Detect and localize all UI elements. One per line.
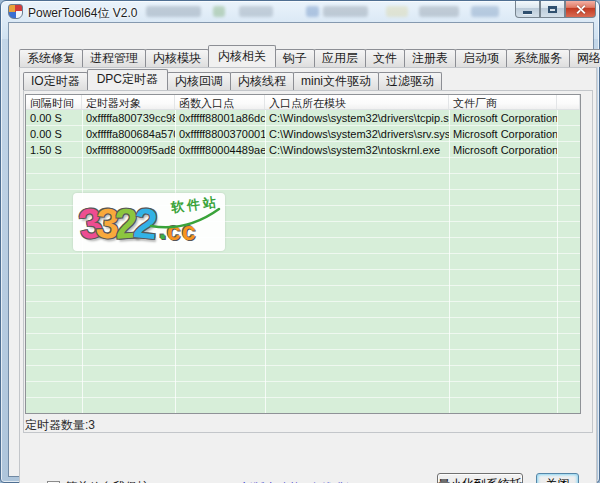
titlebar-glass-reflection — [213, 6, 225, 17]
table-cell: Microsoft Corporation — [449, 142, 557, 158]
self-protect-label: 简单的自我保护 — [65, 479, 149, 483]
column-header[interactable]: 间隔时间 — [26, 95, 82, 109]
table-cell: 0.00 S — [26, 110, 82, 126]
sub-tab-bar: IO定时器DPC定时器内核回调内核线程mini文件驱动过滤驱动 — [23, 71, 441, 90]
minimize-button[interactable] — [515, 1, 540, 18]
sub-tab[interactable]: DPC定时器 — [87, 69, 168, 90]
minimize-icon — [523, 11, 532, 14]
main-tab[interactable]: 启动项 — [455, 49, 507, 67]
column-header[interactable]: 文件厂商 — [449, 95, 557, 109]
column-header[interactable] — [557, 95, 580, 109]
main-tab-bar: 系统修复进程管理内核模块内核相关钩子应用层文件注册表启动项系统服务网络硬件温度检… — [19, 47, 600, 67]
table-body: 0.00 S0xfffffa800739cc980xfffff88001a86d… — [26, 110, 580, 413]
table-cell — [557, 110, 580, 126]
main-tab[interactable]: 钩子 — [275, 49, 315, 67]
titlebar-glass-reflection — [386, 6, 408, 17]
main-tab[interactable]: 应用层 — [314, 49, 366, 67]
sub-tab[interactable]: 过滤驱动 — [378, 72, 442, 90]
sub-tab[interactable]: 内核线程 — [230, 72, 294, 90]
table-row[interactable]: 0.00 S0xfffffa800739cc980xfffff88001a86d… — [26, 110, 580, 126]
minimize-to-tray-button[interactable]: 最小化到系统托盘 — [437, 473, 523, 483]
close-dialog-button[interactable]: 关闭 — [536, 473, 579, 483]
titlebar-glass-reflection — [419, 6, 459, 17]
watermark-swoosh — [149, 205, 223, 231]
dpc-timer-table: 间隔时间定时器对象函数入口点入口点所在模块文件厂商 0.00 S0xfffffa… — [25, 94, 581, 414]
title-bar[interactable]: PowerTool64位 V2.0 — [1, 1, 600, 23]
table-cell: Microsoft Corporation — [449, 110, 557, 126]
table-header-row: 间隔时间定时器对象函数入口点入口点所在模块文件厂商 — [26, 95, 580, 110]
table-cell — [557, 126, 580, 142]
maximize-button[interactable] — [540, 1, 565, 18]
titlebar-glass-reflection — [239, 6, 273, 17]
titlebar-glass-reflection — [323, 6, 368, 17]
table-cell: 0xfffff88003700010 — [175, 126, 265, 142]
client-area: 系统修复进程管理内核模块内核相关钩子应用层文件注册表启动项系统服务网络硬件温度检… — [9, 23, 593, 476]
table-cell: C:\Windows\system32\drivers\tcpip.sys — [265, 110, 449, 126]
table-cell: 0xfffff88001a86dc0 — [175, 110, 265, 126]
self-protect-row: 简单的自我保护 — [47, 479, 149, 483]
main-tab[interactable]: 内核相关 — [208, 45, 276, 67]
column-header[interactable]: 定时器对象 — [82, 95, 175, 109]
table-row[interactable]: 0.00 S0xfffffa800684a5700xfffff880037000… — [26, 126, 580, 142]
table-cell — [557, 142, 580, 158]
table-row[interactable]: 1.50 S0xfffff880009f5ad80xfffff80004489a… — [26, 142, 580, 158]
close-icon — [575, 4, 586, 15]
main-tab[interactable]: 系统修复 — [19, 49, 83, 67]
main-tab[interactable]: 文件 — [365, 49, 405, 67]
close-button[interactable] — [565, 1, 596, 18]
table-cell: 0xfffffa800739cc98 — [82, 110, 175, 126]
window-controls — [515, 1, 596, 18]
titlebar-glass-reflection — [471, 6, 499, 17]
main-tab[interactable]: 进程管理 — [82, 49, 146, 67]
main-tab[interactable]: 系统服务 — [506, 49, 570, 67]
table-cell: 0xfffffa800684a570 — [82, 126, 175, 142]
table-cell: Microsoft Corporation — [449, 126, 557, 142]
maximize-icon — [548, 6, 557, 13]
main-tab[interactable]: 网络 — [569, 49, 600, 67]
titlebar-glass-reflection — [306, 6, 319, 17]
column-header[interactable]: 函数入口点 — [175, 95, 265, 109]
table-cell: 0.00 S — [26, 126, 82, 142]
sub-tab[interactable]: 内核回调 — [167, 72, 231, 90]
status-text: 定时器数量:3 — [25, 417, 95, 434]
table-cell: 1.50 S — [26, 142, 82, 158]
main-tab[interactable]: 内核模块 — [145, 49, 209, 67]
watermark-logo: 3322.cc 软件站 — [73, 193, 225, 251]
table-cell: C:\Windows\system32\drivers\srv.sys — [265, 126, 449, 142]
sub-tab[interactable]: IO定时器 — [23, 72, 88, 90]
app-icon — [8, 4, 23, 19]
table-cell: 0xfffff880009f5ad8 — [82, 142, 175, 158]
table-cell: 0xfffff80004489ae0 — [175, 142, 265, 158]
column-header[interactable]: 入口点所在模块 — [265, 95, 449, 109]
window-title: PowerTool64位 V2.0 — [28, 5, 137, 22]
titlebar-glass-reflection — [146, 6, 201, 17]
main-tab[interactable]: 注册表 — [404, 49, 456, 67]
sub-tab[interactable]: mini文件驱动 — [293, 72, 379, 90]
table-cell: C:\Windows\system32\ntoskrnl.exe — [265, 142, 449, 158]
app-window: PowerTool64位 V2.0 系统修复进程管理内核模块内核相关钩子应用层文… — [0, 0, 600, 483]
